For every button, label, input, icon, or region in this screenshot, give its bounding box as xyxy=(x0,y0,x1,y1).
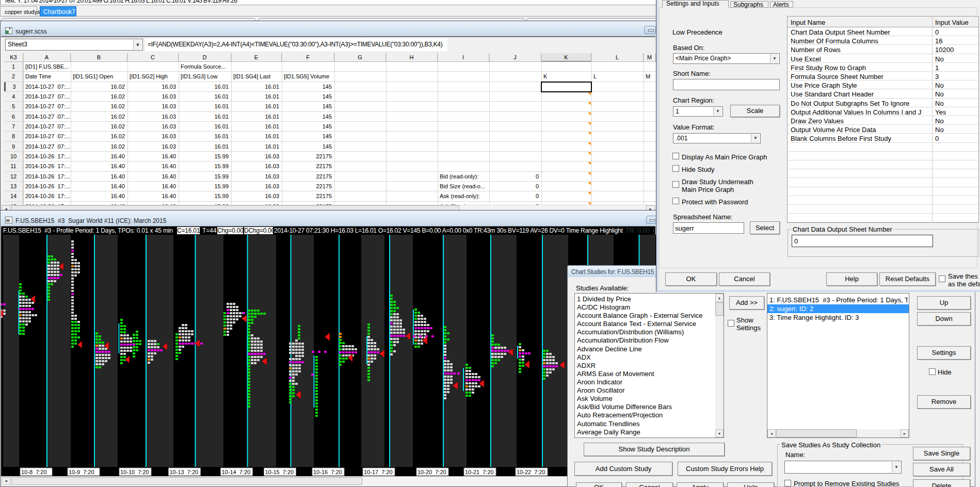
svg-text:10-22 7:20: 10-22 7:20 xyxy=(517,469,545,475)
svg-text:10-8 7:20: 10-8 7:20 xyxy=(21,469,47,475)
svg-text:10-15 7:20: 10-15 7:20 xyxy=(265,469,294,475)
svg-text:10-9 7:20: 10-9 7:20 xyxy=(69,469,94,475)
svg-text:10-20 7:20: 10-20 7:20 xyxy=(417,469,446,475)
svg-text:10-16 7:20: 10-16 7:20 xyxy=(313,469,342,475)
svg-text:10-13 7:20: 10-13 7:20 xyxy=(170,469,199,475)
svg-text:10-21 7:20: 10-21 7:20 xyxy=(465,469,494,475)
svg-text:10-14 7:20: 10-14 7:20 xyxy=(222,469,251,475)
svg-text:10-10 7:20: 10-10 7:20 xyxy=(120,469,149,475)
svg-text:10-17 7:20: 10-17 7:20 xyxy=(364,469,393,475)
